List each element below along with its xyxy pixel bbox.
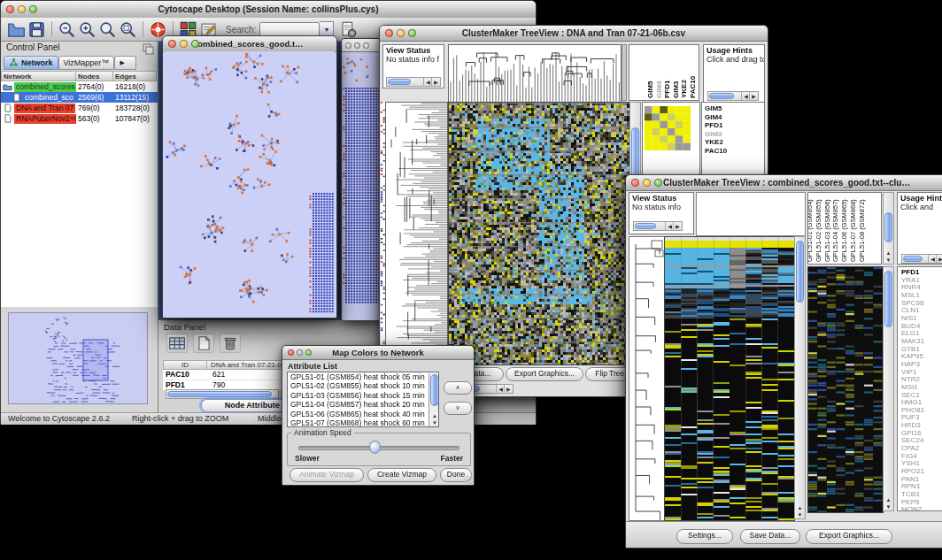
column-label[interactable]: GPL51-03 (GSM856) xyxy=(823,199,831,262)
close-button[interactable] xyxy=(168,40,176,48)
view-status-scrollbar[interactable]: ◀ ▶ xyxy=(633,221,683,231)
titlebar[interactable]: combined_scores_good.txt--cluste... xyxy=(163,36,336,52)
new-attribute-icon[interactable] xyxy=(193,334,214,353)
scroll-up-icon[interactable]: ▲ xyxy=(795,504,805,511)
minimize-button[interactable] xyxy=(397,29,405,37)
titlebar[interactable]: ClusterMaker TreeView : DNA and Tran 07-… xyxy=(380,26,768,42)
scrollbar-thumb[interactable] xyxy=(388,79,411,85)
titlebar[interactable]: ClusterMaker TreeView : combined_scores_… xyxy=(626,175,942,191)
attribute-list-item[interactable]: GPL51-03 (GSM856) heat shock 15 min xyxy=(288,391,438,400)
scroll-right-icon[interactable]: ▶ xyxy=(431,78,440,87)
heatmap-vscrollbar[interactable]: ▲ ▼ xyxy=(794,236,806,519)
scroll-up-icon[interactable]: ▲ xyxy=(884,496,893,503)
minimize-button[interactable] xyxy=(297,349,303,356)
column-label[interactable]: GPL51-04 (GSM857) xyxy=(831,199,839,262)
titlebar[interactable] xyxy=(342,39,382,52)
birdseye-overview-canvas[interactable] xyxy=(8,312,148,404)
scrollbar-thumb[interactable] xyxy=(796,241,804,303)
scroll-down-icon[interactable]: ▼ xyxy=(884,257,893,264)
scroll-down-icon[interactable]: ▼ xyxy=(884,503,893,510)
column-label[interactable]: YKE2 xyxy=(680,80,688,98)
scroll-down-icon[interactable]: ▼ xyxy=(429,420,439,426)
minimize-button[interactable] xyxy=(643,179,651,187)
zoom-button[interactable] xyxy=(363,42,369,49)
import-document-icon[interactable] xyxy=(339,20,358,39)
move-down-button[interactable]: ∨ xyxy=(444,402,472,415)
zoom-heatmap-canvas[interactable] xyxy=(807,266,884,513)
zoom-button[interactable] xyxy=(305,349,312,356)
zoom-out-icon[interactable] xyxy=(58,20,76,39)
column-label[interactable]: GPL51-01 (GSM854) xyxy=(807,199,814,262)
attribute-list-item[interactable]: GPL51-07 (GSM868) heat shock 60 min xyxy=(288,418,438,427)
save-session-icon[interactable] xyxy=(27,20,46,39)
network-table-row[interactable]: RNAPuberNov2+I563(0)107847(0) xyxy=(1,113,158,124)
column-label[interactable]: PFD1 xyxy=(663,81,671,98)
scroll-up-icon[interactable]: ▲ xyxy=(429,413,439,419)
zoom-button[interactable] xyxy=(654,179,662,187)
attribute-list-item[interactable]: GPL51-02 (GSM855) heat shock 10 min xyxy=(288,381,438,390)
zoom-selected-icon[interactable] xyxy=(119,20,137,39)
float-panel-icon[interactable] xyxy=(142,42,154,53)
export-graphics-button[interactable]: Export Graphics... xyxy=(506,367,583,381)
gene-label[interactable]: MON2 xyxy=(901,506,942,511)
column-labels-scrollbar[interactable]: ▲ ▼ xyxy=(883,192,894,265)
scrollbar-thumb[interactable] xyxy=(884,212,892,242)
open-session-icon[interactable] xyxy=(7,20,26,39)
network-canvas[interactable] xyxy=(343,54,381,320)
scroll-up-icon[interactable]: ▲ xyxy=(884,249,893,257)
column-label[interactable]: GIM4 xyxy=(655,81,663,98)
gene-label[interactable]: YKE2 xyxy=(702,138,764,147)
scroll-right-icon[interactable]: ▶ xyxy=(504,385,513,394)
column-label[interactable]: GPL51-07 (GSM868) xyxy=(849,199,857,262)
splitter-handle[interactable] xyxy=(622,44,627,101)
minimize-button[interactable] xyxy=(180,40,188,48)
gene-label[interactable]: GIM5 xyxy=(702,104,764,113)
scrollbar-thumb[interactable] xyxy=(430,374,439,406)
attribute-list-scrollbar[interactable]: ▲ ▼ xyxy=(429,373,439,426)
create-vizmap-button[interactable]: Create Vizmap xyxy=(367,468,436,482)
export-graphics-button[interactable]: Export Graphics... xyxy=(806,529,892,544)
move-up-button[interactable]: ∧ xyxy=(444,381,472,395)
zoom-matrix-canvas[interactable] xyxy=(645,106,691,150)
search-input[interactable] xyxy=(259,22,320,37)
gene-label[interactable]: PFD1 xyxy=(702,121,764,130)
network-table-row[interactable]: DNA and Tran 07769(0)183728(0) xyxy=(1,103,158,113)
scroll-right-icon[interactable]: ▶ xyxy=(673,222,682,231)
network-table-row[interactable]: combined_sco2569(6)13112(15) xyxy=(1,92,158,103)
scrollbar-thumb[interactable] xyxy=(903,256,923,262)
gene-label[interactable]: GIM4 xyxy=(702,113,764,122)
attribute-table-icon[interactable] xyxy=(166,334,188,353)
scrollbar-thumb[interactable] xyxy=(167,391,272,397)
column-header-network[interactable]: Network xyxy=(1,71,76,81)
gene-list-scrollbar[interactable]: ▲ ▼ xyxy=(883,266,894,511)
column-label[interactable]: GPL51-02 (GSM855) xyxy=(815,199,822,262)
zoom-fit-icon[interactable] xyxy=(98,20,117,39)
data-panel-hscrollbar[interactable] xyxy=(166,389,279,399)
close-button[interactable] xyxy=(345,42,351,49)
view-status-scrollbar[interactable]: ◀ ▶ xyxy=(386,77,441,87)
column-label[interactable]: PAC10 xyxy=(689,76,697,98)
scroll-down-icon[interactable]: ▼ xyxy=(795,511,805,518)
attribute-list[interactable]: GPL51-01 (GSM854) heat shock 05 minGPL51… xyxy=(287,372,439,427)
scroll-right-icon[interactable]: ▶ xyxy=(749,92,758,101)
column-label[interactable]: GIM3 xyxy=(672,81,680,98)
scrollbar-thumb[interactable] xyxy=(884,271,892,327)
zoom-button[interactable] xyxy=(29,5,37,13)
minimize-button[interactable] xyxy=(18,5,26,13)
tab-overflow-button[interactable]: ▶ xyxy=(114,56,136,70)
attribute-list-item[interactable]: GPL51-04 (GSM857) heat shock 20 min xyxy=(288,400,438,409)
column-label[interactable]: GPL51-08 (GSM872) xyxy=(858,199,866,262)
scrollbar-thumb[interactable] xyxy=(635,223,656,229)
animate-vizmap-button[interactable]: Animate Vizmap xyxy=(290,468,364,482)
gene-dendrogram-canvas[interactable] xyxy=(629,236,666,521)
gene-label[interactable]: PAC10 xyxy=(702,147,764,156)
close-button[interactable] xyxy=(631,179,639,187)
minimize-button[interactable] xyxy=(354,42,360,49)
heatmap-canvas[interactable] xyxy=(448,102,630,365)
network-table-row[interactable]: combined_scores2764(0)16218(0) xyxy=(1,81,158,92)
close-button[interactable] xyxy=(288,349,294,356)
resize-grip[interactable] xyxy=(464,475,473,484)
close-button[interactable] xyxy=(6,5,14,13)
column-header-nodes[interactable]: Nodes xyxy=(76,71,113,81)
close-button[interactable] xyxy=(385,29,393,37)
